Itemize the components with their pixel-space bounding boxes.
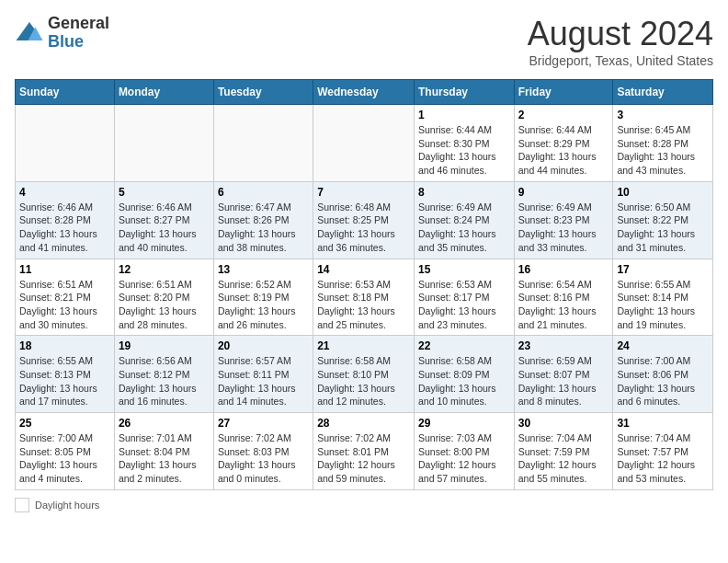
day-number: 27 <box>218 417 309 430</box>
day-info: Sunrise: 6:44 AMSunset: 8:30 PMDaylight:… <box>418 123 510 178</box>
day-info: Sunrise: 6:57 AMSunset: 8:11 PMDaylight:… <box>218 354 309 408</box>
calendar-cell: 4Sunrise: 6:46 AMSunset: 8:28 PMDaylight… <box>16 181 115 259</box>
daylight-box <box>15 498 29 512</box>
day-number: 9 <box>518 186 609 199</box>
day-number: 31 <box>617 417 709 430</box>
calendar: SundayMondayTuesdayWednesdayThursdayFrid… <box>15 79 713 490</box>
day-number: 4 <box>19 186 110 199</box>
day-info: Sunrise: 6:56 AMSunset: 8:12 PMDaylight:… <box>119 354 210 408</box>
day-info: Sunrise: 7:03 AMSunset: 8:00 PMDaylight:… <box>418 431 510 486</box>
day-number: 30 <box>518 417 609 430</box>
calendar-cell: 17Sunrise: 6:55 AMSunset: 8:14 PMDayligh… <box>613 259 713 336</box>
day-number: 22 <box>418 339 510 352</box>
day-info: Sunrise: 6:58 AMSunset: 8:09 PMDaylight:… <box>418 354 510 408</box>
page-header: General Blue August 2024 Bridgeport, Tex… <box>15 15 713 68</box>
day-number: 13 <box>218 263 309 276</box>
location: Bridgeport, Texas, United States <box>528 53 713 68</box>
logo-icon <box>15 18 44 48</box>
day-number: 24 <box>617 339 709 352</box>
calendar-body: 1Sunrise: 6:44 AMSunset: 8:30 PMDaylight… <box>16 105 713 490</box>
dow-header-tuesday: Tuesday <box>213 80 313 105</box>
day-info: Sunrise: 6:59 AMSunset: 8:07 PMDaylight:… <box>518 354 609 408</box>
day-number: 17 <box>617 263 709 276</box>
calendar-cell: 6Sunrise: 6:47 AMSunset: 8:26 PMDaylight… <box>213 181 313 259</box>
day-info: Sunrise: 7:00 AMSunset: 8:06 PMDaylight:… <box>617 354 709 408</box>
day-info: Sunrise: 7:01 AMSunset: 8:04 PMDaylight:… <box>119 431 210 486</box>
calendar-cell: 5Sunrise: 6:46 AMSunset: 8:27 PMDaylight… <box>114 181 213 259</box>
calendar-cell: 16Sunrise: 6:54 AMSunset: 8:16 PMDayligh… <box>514 259 613 336</box>
calendar-cell: 31Sunrise: 7:04 AMSunset: 7:57 PMDayligh… <box>613 413 713 490</box>
footer: Daylight hours <box>15 498 713 512</box>
calendar-cell: 22Sunrise: 6:58 AMSunset: 8:09 PMDayligh… <box>414 336 514 413</box>
day-info: Sunrise: 6:48 AMSunset: 8:25 PMDaylight:… <box>317 201 410 255</box>
calendar-cell: 29Sunrise: 7:03 AMSunset: 8:00 PMDayligh… <box>414 413 514 490</box>
calendar-cell: 28Sunrise: 7:02 AMSunset: 8:01 PMDayligh… <box>313 413 415 490</box>
dow-header-thursday: Thursday <box>414 80 514 105</box>
day-info: Sunrise: 6:55 AMSunset: 8:13 PMDaylight:… <box>19 354 110 408</box>
week-row-5: 25Sunrise: 7:00 AMSunset: 8:05 PMDayligh… <box>16 413 713 490</box>
day-number: 7 <box>317 186 410 199</box>
calendar-cell: 12Sunrise: 6:51 AMSunset: 8:20 PMDayligh… <box>114 259 213 336</box>
day-number: 20 <box>218 339 309 352</box>
calendar-cell <box>114 105 213 182</box>
day-number: 12 <box>119 263 210 276</box>
day-info: Sunrise: 6:58 AMSunset: 8:10 PMDaylight:… <box>317 354 410 408</box>
day-info: Sunrise: 7:02 AMSunset: 8:03 PMDaylight:… <box>218 431 309 486</box>
dow-header-sunday: Sunday <box>16 80 115 105</box>
calendar-cell: 25Sunrise: 7:00 AMSunset: 8:05 PMDayligh… <box>16 413 115 490</box>
calendar-cell: 27Sunrise: 7:02 AMSunset: 8:03 PMDayligh… <box>213 413 313 490</box>
calendar-cell: 18Sunrise: 6:55 AMSunset: 8:13 PMDayligh… <box>16 336 115 413</box>
day-info: Sunrise: 6:46 AMSunset: 8:28 PMDaylight:… <box>19 201 110 255</box>
calendar-cell: 21Sunrise: 6:58 AMSunset: 8:10 PMDayligh… <box>313 336 415 413</box>
day-number: 6 <box>218 186 309 199</box>
day-info: Sunrise: 6:55 AMSunset: 8:14 PMDaylight:… <box>617 278 709 332</box>
day-number: 25 <box>19 417 110 430</box>
week-row-3: 11Sunrise: 6:51 AMSunset: 8:21 PMDayligh… <box>16 259 713 336</box>
calendar-cell: 7Sunrise: 6:48 AMSunset: 8:25 PMDaylight… <box>313 181 415 259</box>
calendar-cell: 26Sunrise: 7:01 AMSunset: 8:04 PMDayligh… <box>114 413 213 490</box>
day-number: 21 <box>317 339 410 352</box>
day-number: 28 <box>317 417 410 430</box>
calendar-cell: 23Sunrise: 6:59 AMSunset: 8:07 PMDayligh… <box>514 336 613 413</box>
day-number: 26 <box>119 417 210 430</box>
day-number: 19 <box>119 339 210 352</box>
calendar-cell: 2Sunrise: 6:44 AMSunset: 8:29 PMDaylight… <box>514 105 613 182</box>
day-info: Sunrise: 6:46 AMSunset: 8:27 PMDaylight:… <box>119 201 210 255</box>
calendar-cell: 20Sunrise: 6:57 AMSunset: 8:11 PMDayligh… <box>213 336 313 413</box>
day-info: Sunrise: 7:04 AMSunset: 7:57 PMDaylight:… <box>617 431 709 486</box>
dow-header-wednesday: Wednesday <box>313 80 415 105</box>
calendar-cell: 11Sunrise: 6:51 AMSunset: 8:21 PMDayligh… <box>16 259 115 336</box>
day-info: Sunrise: 6:53 AMSunset: 8:18 PMDaylight:… <box>317 278 410 332</box>
day-number: 14 <box>317 263 410 276</box>
logo: General Blue <box>15 15 109 52</box>
calendar-cell: 3Sunrise: 6:45 AMSunset: 8:28 PMDaylight… <box>613 105 713 182</box>
day-info: Sunrise: 7:04 AMSunset: 7:59 PMDaylight:… <box>518 431 609 486</box>
day-info: Sunrise: 6:47 AMSunset: 8:26 PMDaylight:… <box>218 201 309 255</box>
calendar-cell <box>213 105 313 182</box>
week-row-2: 4Sunrise: 6:46 AMSunset: 8:28 PMDaylight… <box>16 181 713 259</box>
calendar-cell: 24Sunrise: 7:00 AMSunset: 8:06 PMDayligh… <box>613 336 713 413</box>
dow-header-friday: Friday <box>514 80 613 105</box>
calendar-cell <box>16 105 115 182</box>
week-row-1: 1Sunrise: 6:44 AMSunset: 8:30 PMDaylight… <box>16 105 713 182</box>
calendar-cell: 8Sunrise: 6:49 AMSunset: 8:24 PMDaylight… <box>414 181 514 259</box>
calendar-cell: 9Sunrise: 6:49 AMSunset: 8:23 PMDaylight… <box>514 181 613 259</box>
calendar-cell: 10Sunrise: 6:50 AMSunset: 8:22 PMDayligh… <box>613 181 713 259</box>
daylight-label: Daylight hours <box>35 500 99 511</box>
day-info: Sunrise: 6:53 AMSunset: 8:17 PMDaylight:… <box>418 278 510 332</box>
day-number: 29 <box>418 417 510 430</box>
day-number: 1 <box>418 109 510 121</box>
day-info: Sunrise: 7:02 AMSunset: 8:01 PMDaylight:… <box>317 431 410 486</box>
day-number: 16 <box>518 263 609 276</box>
day-number: 5 <box>119 186 210 199</box>
days-of-week-row: SundayMondayTuesdayWednesdayThursdayFrid… <box>16 80 713 105</box>
title-block: August 2024 Bridgeport, Texas, United St… <box>528 15 713 68</box>
day-info: Sunrise: 6:51 AMSunset: 8:20 PMDaylight:… <box>119 278 210 332</box>
day-info: Sunrise: 6:44 AMSunset: 8:29 PMDaylight:… <box>518 123 609 178</box>
day-info: Sunrise: 6:45 AMSunset: 8:28 PMDaylight:… <box>617 123 709 178</box>
day-info: Sunrise: 6:51 AMSunset: 8:21 PMDaylight:… <box>19 278 110 332</box>
day-number: 11 <box>19 263 110 276</box>
calendar-cell: 15Sunrise: 6:53 AMSunset: 8:17 PMDayligh… <box>414 259 514 336</box>
daylight-legend: Daylight hours <box>15 498 99 512</box>
day-info: Sunrise: 6:50 AMSunset: 8:22 PMDaylight:… <box>617 201 709 255</box>
